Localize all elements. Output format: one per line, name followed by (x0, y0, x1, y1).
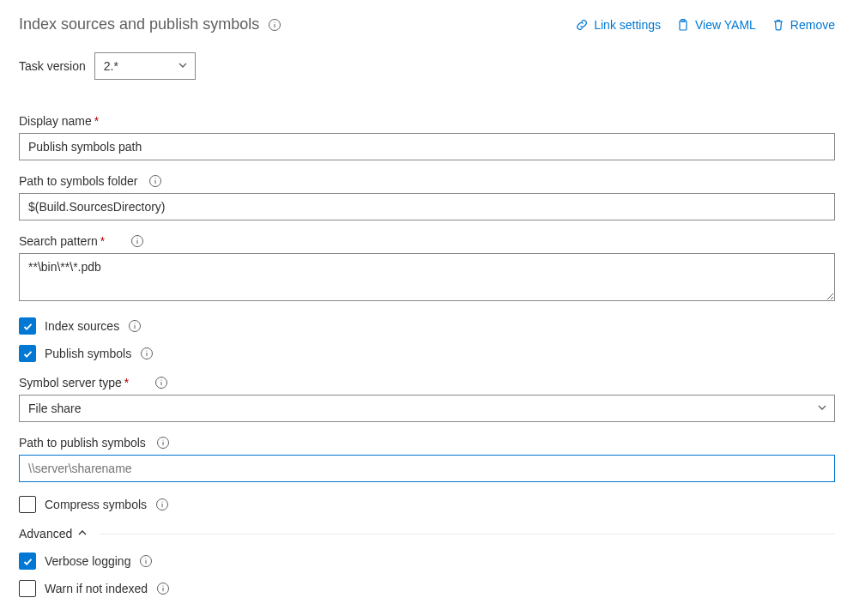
svg-point-1 (275, 21, 275, 22)
index-sources-row: Index sources (19, 317, 835, 335)
required-marker: * (100, 234, 105, 248)
info-icon[interactable] (156, 436, 170, 450)
symbol-server-type-value: File share (28, 402, 81, 415)
svg-point-12 (135, 323, 136, 323)
publish-path-group: Path to publish symbols (19, 436, 835, 482)
clipboard-icon (676, 18, 690, 32)
info-icon[interactable] (140, 347, 154, 360)
publish-symbols-label[interactable]: Publish symbols (45, 347, 154, 360)
required-marker: * (124, 376, 129, 390)
info-icon[interactable] (155, 498, 169, 511)
verbose-logging-label[interactable]: Verbose logging (45, 554, 153, 568)
advanced-section-header[interactable]: Advanced (19, 527, 835, 541)
publish-path-input[interactable] (19, 455, 835, 482)
remove-label: Remove (790, 18, 835, 32)
index-sources-label[interactable]: Index sources (45, 319, 142, 333)
verbose-logging-row: Verbose logging (19, 553, 835, 570)
svg-point-30 (163, 585, 164, 586)
info-icon[interactable] (130, 234, 144, 248)
info-icon[interactable] (128, 319, 142, 333)
symbols-folder-group: Path to symbols folder (19, 174, 835, 220)
verbose-logging-checkbox[interactable] (19, 553, 36, 570)
symbol-server-type-select[interactable]: File share (19, 395, 835, 422)
required-marker: * (94, 114, 99, 128)
task-version-value: 2.* (104, 59, 118, 73)
info-icon[interactable] (268, 18, 281, 32)
info-icon[interactable] (156, 582, 170, 595)
link-icon (575, 18, 589, 32)
link-settings-button[interactable]: Link settings (575, 18, 661, 32)
symbol-server-type-group: Symbol server type* File share (19, 376, 835, 422)
trash-icon (771, 18, 785, 32)
display-name-label: Display name* (19, 114, 835, 128)
section-rule (100, 534, 835, 534)
task-version-row: Task version 2.* (19, 52, 835, 80)
info-icon[interactable] (154, 376, 168, 390)
warn-if-not-indexed-checkbox[interactable] (19, 580, 36, 597)
compress-symbols-row: Compress symbols (19, 496, 835, 513)
page-title: Index sources and publish symbols (19, 15, 281, 33)
info-icon[interactable] (148, 174, 162, 188)
symbols-folder-input[interactable] (19, 193, 835, 220)
svg-point-21 (162, 439, 163, 440)
chevron-down-icon (817, 402, 827, 415)
search-pattern-label: Search pattern* (19, 234, 835, 248)
warn-if-not-indexed-row: Warn if not indexed (19, 580, 835, 597)
search-pattern-input[interactable] (19, 253, 835, 301)
svg-point-27 (146, 558, 147, 559)
remove-button[interactable]: Remove (771, 18, 835, 32)
info-icon[interactable] (139, 554, 153, 568)
publish-symbols-row: Publish symbols (19, 345, 835, 362)
task-version-label: Task version (19, 59, 86, 73)
display-name-input[interactable] (19, 133, 835, 160)
svg-point-6 (154, 178, 155, 178)
svg-point-15 (147, 350, 148, 351)
compress-symbols-label[interactable]: Compress symbols (45, 498, 169, 511)
symbols-folder-label: Path to symbols folder (19, 174, 835, 188)
svg-point-18 (161, 379, 162, 380)
header: Index sources and publish symbols Link s… (19, 15, 835, 33)
advanced-title: Advanced (19, 527, 72, 541)
task-version-select[interactable]: 2.* (94, 52, 196, 80)
warn-if-not-indexed-label[interactable]: Warn if not indexed (45, 582, 170, 595)
header-actions: Link settings View YAML Remove (575, 18, 835, 32)
link-settings-label: Link settings (594, 18, 661, 32)
page-title-text: Index sources and publish symbols (19, 15, 259, 33)
display-name-group: Display name* (19, 114, 835, 160)
search-pattern-group: Search pattern* (19, 234, 835, 304)
svg-point-9 (137, 238, 138, 239)
chevron-up-icon (77, 527, 88, 541)
chevron-down-icon (178, 59, 188, 73)
symbol-server-type-label: Symbol server type* (19, 376, 835, 390)
publish-symbols-checkbox[interactable] (19, 345, 36, 362)
compress-symbols-checkbox[interactable] (19, 496, 36, 513)
view-yaml-button[interactable]: View YAML (676, 18, 756, 32)
view-yaml-label: View YAML (695, 18, 756, 32)
publish-path-label: Path to publish symbols (19, 436, 835, 450)
svg-point-24 (161, 501, 162, 502)
index-sources-checkbox[interactable] (19, 317, 36, 335)
